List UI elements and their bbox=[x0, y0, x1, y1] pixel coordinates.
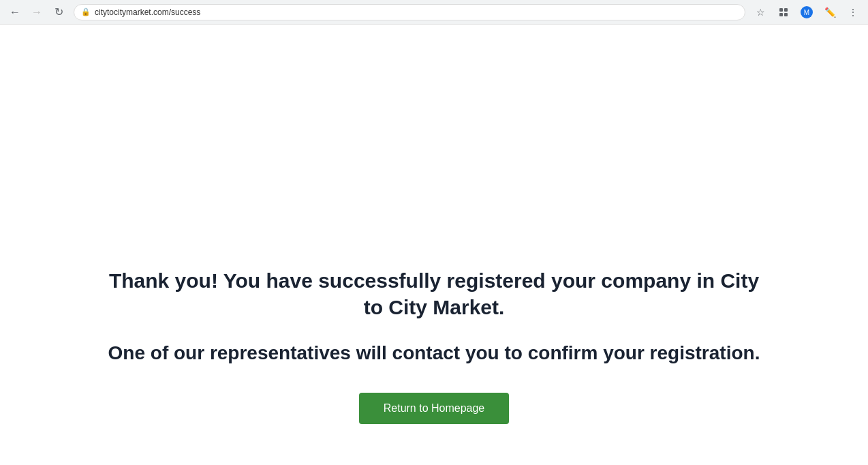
forward-button[interactable]: → bbox=[27, 3, 46, 22]
toolbar-right: ☆ M ✏️ ⋮ bbox=[751, 3, 863, 22]
profile-icon[interactable]: M bbox=[797, 3, 816, 22]
menu-icon[interactable]: ⋮ bbox=[843, 3, 863, 22]
reload-button[interactable]: ↻ bbox=[49, 3, 68, 22]
success-subtitle: One of our representatives will contact … bbox=[104, 341, 764, 365]
svg-text:M: M bbox=[804, 9, 809, 16]
extensions-icon[interactable] bbox=[774, 3, 793, 22]
browser-chrome: ← → ↻ 🔒 citytocitymarket.com/success ☆ M… bbox=[0, 0, 868, 25]
page-content: Thank you! You have successfully registe… bbox=[0, 25, 868, 465]
nav-buttons: ← → ↻ bbox=[5, 3, 68, 22]
lock-icon: 🔒 bbox=[81, 7, 91, 16]
success-title: Thank you! You have successfully registe… bbox=[104, 267, 764, 320]
bookmark-icon[interactable]: ☆ bbox=[751, 3, 770, 22]
svg-rect-2 bbox=[779, 13, 783, 16]
svg-rect-3 bbox=[784, 13, 788, 16]
back-button[interactable]: ← bbox=[5, 3, 25, 22]
svg-rect-1 bbox=[784, 8, 788, 12]
address-bar[interactable]: 🔒 citytocitymarket.com/success bbox=[74, 4, 745, 20]
return-to-homepage-button[interactable]: Return to Homepage bbox=[359, 393, 510, 424]
svg-rect-0 bbox=[779, 8, 783, 12]
pen-icon[interactable]: ✏️ bbox=[820, 3, 839, 22]
url-text: citytocitymarket.com/success bbox=[95, 7, 200, 17]
success-message: Thank you! You have successfully registe… bbox=[76, 267, 792, 424]
